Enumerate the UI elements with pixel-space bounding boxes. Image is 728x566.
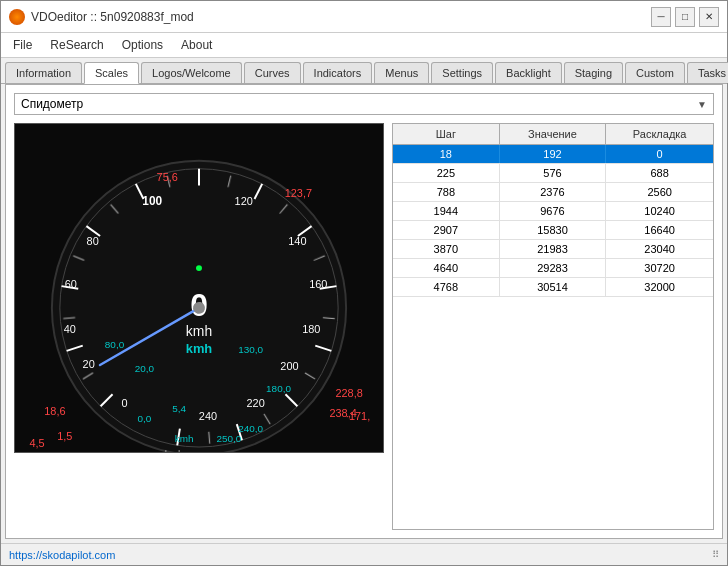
tab-logos[interactable]: Logos/Welcome: [141, 62, 242, 83]
minimize-button[interactable]: ─: [651, 7, 671, 27]
svg-text:180: 180: [302, 323, 320, 335]
main-section: 20 20 40 60 80 100 120 140 160 180 200 2…: [14, 123, 714, 530]
cell-value: 576: [500, 164, 607, 182]
cell-layout: 32000: [606, 278, 713, 296]
cell-step: 3870: [393, 240, 500, 258]
content-area: Спидометр ▼: [5, 84, 723, 539]
svg-text:160: 160: [309, 278, 327, 290]
svg-text:0,0: 0,0: [137, 413, 151, 424]
speedometer-panel: 20 20 40 60 80 100 120 140 160 180 200 2…: [14, 123, 384, 453]
svg-text:5,4: 5,4: [172, 403, 186, 414]
table-row[interactable]: 3870 21983 23040: [393, 240, 713, 259]
menu-research[interactable]: ReSearch: [42, 35, 111, 55]
svg-text:140: 140: [288, 235, 306, 247]
header-layout: Раскладка: [606, 124, 713, 144]
status-link[interactable]: https://skodapilot.com: [9, 549, 115, 561]
title-bar: VDOeditor :: 5n0920883f_mod ─ □ ✕: [1, 1, 727, 33]
resize-grip: ⠿: [712, 549, 719, 560]
cell-value: 9676: [500, 202, 607, 220]
menu-file[interactable]: File: [5, 35, 40, 55]
table-row[interactable]: 4768 30514 32000: [393, 278, 713, 297]
svg-text:240: 240: [199, 410, 217, 422]
header-value: Значение: [500, 124, 607, 144]
svg-text:40: 40: [64, 323, 76, 335]
svg-text:228,8: 228,8: [335, 387, 362, 399]
svg-text:200: 200: [280, 360, 298, 372]
table-row[interactable]: 788 2376 2560: [393, 183, 713, 202]
svg-text:1,5: 1,5: [57, 430, 72, 442]
tab-curves[interactable]: Curves: [244, 62, 301, 83]
menu-about[interactable]: About: [173, 35, 220, 55]
cell-layout: 23040: [606, 240, 713, 258]
cell-value: 192: [500, 145, 607, 163]
svg-text:130,0: 130,0: [238, 344, 263, 355]
svg-text:20: 20: [83, 358, 95, 370]
cell-layout: 0: [606, 145, 713, 163]
cell-value: 21983: [500, 240, 607, 258]
cell-layout: 16640: [606, 221, 713, 239]
svg-text:240,0: 240,0: [238, 423, 263, 434]
cell-step: 788: [393, 183, 500, 201]
svg-text:80: 80: [87, 235, 99, 247]
table-row[interactable]: 4640 29283 30720: [393, 259, 713, 278]
cell-step: 4768: [393, 278, 500, 296]
svg-text:250,0: 250,0: [216, 433, 241, 444]
table-header: Шаг Значение Раскладка: [393, 124, 713, 145]
svg-text:180,0: 180,0: [266, 383, 291, 394]
tab-indicators[interactable]: Indicators: [303, 62, 373, 83]
svg-text:123,7: 123,7: [285, 187, 312, 199]
config-dropdown[interactable]: Спидометр ▼: [14, 93, 714, 115]
svg-text:220: 220: [247, 397, 265, 409]
svg-text:kmh: kmh: [175, 433, 194, 444]
table-row[interactable]: 225 576 688: [393, 164, 713, 183]
svg-point-63: [196, 265, 202, 271]
tab-tasks[interactable]: Tasks: [687, 62, 728, 83]
svg-text:0: 0: [121, 397, 127, 409]
data-table: Шаг Значение Раскладка 18 192 0 225 576 …: [392, 123, 714, 530]
menu-bar: File ReSearch Options About: [1, 33, 727, 58]
tab-information[interactable]: Information: [5, 62, 82, 83]
tab-backlight[interactable]: Backlight: [495, 62, 562, 83]
tab-menus[interactable]: Menus: [374, 62, 429, 83]
chevron-down-icon: ▼: [697, 99, 707, 110]
window-title: VDOeditor :: 5n0920883f_mod: [31, 10, 194, 24]
table-row[interactable]: 1944 9676 10240: [393, 202, 713, 221]
status-bar: https://skodapilot.com ⠿: [1, 543, 727, 565]
speedometer-svg: 20 20 40 60 80 100 120 140 160 180 200 2…: [15, 124, 383, 452]
svg-text:120: 120: [235, 196, 253, 208]
tab-staging[interactable]: Staging: [564, 62, 623, 83]
main-window: VDOeditor :: 5n0920883f_mod ─ □ ✕ File R…: [0, 0, 728, 566]
cell-layout: 10240: [606, 202, 713, 220]
svg-text:18,6: 18,6: [44, 405, 65, 417]
svg-text:4,5: 4,5: [29, 437, 44, 449]
cell-value: 2376: [500, 183, 607, 201]
svg-text:80,0: 80,0: [105, 339, 125, 350]
title-buttons: ─ □ ✕: [651, 7, 719, 27]
tab-custom[interactable]: Custom: [625, 62, 685, 83]
config-row: Спидометр ▼: [14, 93, 714, 115]
app-icon: [9, 9, 25, 25]
svg-text:60: 60: [65, 278, 77, 290]
cell-step: 4640: [393, 259, 500, 277]
config-dropdown-value: Спидометр: [21, 97, 83, 111]
tab-settings[interactable]: Settings: [431, 62, 493, 83]
close-button[interactable]: ✕: [699, 7, 719, 27]
svg-text:kmh: kmh: [186, 323, 212, 339]
cell-step: 1944: [393, 202, 500, 220]
tab-scales[interactable]: Scales: [84, 62, 139, 84]
header-step: Шаг: [393, 124, 500, 144]
svg-text:75,6: 75,6: [157, 171, 178, 183]
svg-text:100: 100: [142, 195, 162, 209]
cell-step: 225: [393, 164, 500, 182]
table-row[interactable]: 18 192 0: [393, 145, 713, 164]
svg-text:238,4: 238,4: [329, 407, 356, 419]
menu-options[interactable]: Options: [114, 35, 171, 55]
maximize-button[interactable]: □: [675, 7, 695, 27]
cell-layout: 688: [606, 164, 713, 182]
tabs-bar: Information Scales Logos/Welcome Curves …: [1, 58, 727, 84]
title-bar-left: VDOeditor :: 5n0920883f_mod: [9, 9, 194, 25]
svg-text:kmh: kmh: [186, 341, 213, 356]
cell-step: 2907: [393, 221, 500, 239]
svg-text:20,0: 20,0: [135, 363, 155, 374]
table-row[interactable]: 2907 15830 16640: [393, 221, 713, 240]
